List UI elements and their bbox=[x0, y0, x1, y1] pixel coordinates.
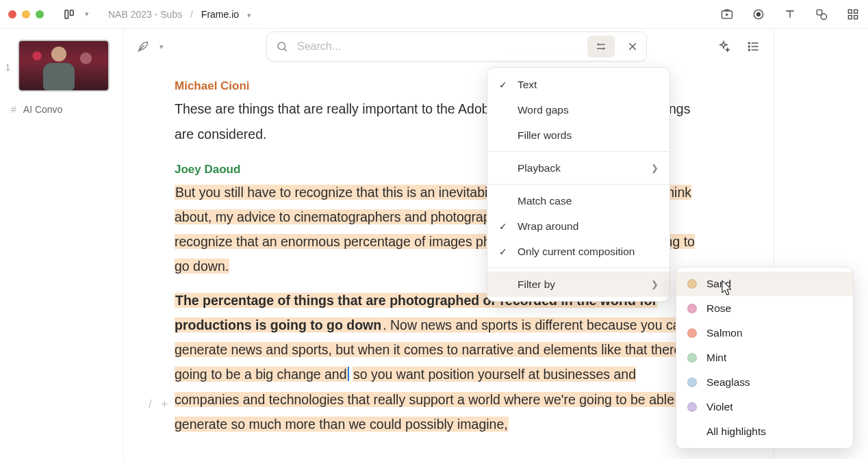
menu-item-only-current[interactable]: ✓ Only current composition bbox=[487, 239, 669, 264]
svg-point-14 bbox=[749, 49, 750, 51]
titlebar: ▾ NAB 2023 - Subs / Frame.io ▾ bbox=[0, 0, 868, 29]
color-swatch-icon bbox=[687, 328, 697, 338]
menu-item-label: Text bbox=[518, 79, 659, 91]
chevron-right-icon: ❯ bbox=[651, 279, 659, 289]
color-option-label: Seaglass bbox=[706, 376, 750, 389]
menu-item-label: Filler words bbox=[518, 129, 659, 142]
svg-point-12 bbox=[749, 42, 750, 44]
color-option-sand[interactable]: Sand bbox=[676, 272, 853, 296]
editor-main: ▾ Michael Cioni These are th bbox=[124, 29, 774, 459]
menu-separator bbox=[487, 267, 669, 268]
menu-item-label: Wrap around bbox=[518, 220, 659, 233]
color-option-mint[interactable]: Mint bbox=[676, 345, 853, 370]
color-swatch-icon bbox=[687, 378, 697, 387]
menu-item-label: Playback bbox=[518, 162, 643, 174]
shapes-icon[interactable] bbox=[815, 8, 828, 21]
paragraph[interactable]: The percentage of things that are photog… bbox=[175, 288, 702, 436]
breadcrumb[interactable]: NAB 2023 - Subs / Frame.io ▾ bbox=[108, 9, 251, 20]
sidebar: 1 # AI Convo bbox=[0, 29, 124, 459]
sparkle-icon[interactable] bbox=[716, 39, 731, 54]
chevron-down-icon[interactable]: ▾ bbox=[247, 11, 251, 19]
check-icon: ✓ bbox=[497, 221, 509, 232]
search-close-button[interactable] bbox=[619, 41, 646, 52]
clip-thumbnail[interactable]: 1 bbox=[18, 40, 112, 92]
text-icon[interactable] bbox=[783, 8, 797, 21]
color-option-all[interactable]: All highlights bbox=[676, 419, 853, 444]
chevron-down-icon: ▾ bbox=[159, 42, 164, 51]
text-cursor bbox=[348, 367, 349, 381]
clip-index: 1 bbox=[5, 63, 10, 73]
menu-item-text[interactable]: ✓ Text bbox=[487, 72, 669, 97]
menu-separator bbox=[487, 151, 669, 152]
color-swatch-icon bbox=[687, 279, 697, 289]
gutter-plus-icon[interactable]: + bbox=[162, 398, 168, 410]
list-icon[interactable] bbox=[746, 39, 761, 54]
menu-separator bbox=[487, 184, 669, 185]
top-right-tools bbox=[720, 8, 860, 21]
search-filter-menu: ✓ Text Word gaps Filler words Playback ❯… bbox=[487, 67, 670, 302]
breadcrumb-parent[interactable]: NAB 2023 - Subs bbox=[108, 9, 182, 20]
search-input[interactable] bbox=[297, 40, 587, 53]
menu-item-word-gaps[interactable]: Word gaps bbox=[487, 97, 669, 122]
svg-rect-10 bbox=[854, 15, 858, 18]
compose-button[interactable]: ▾ bbox=[136, 40, 164, 53]
svg-rect-9 bbox=[848, 15, 852, 18]
check-icon: ✓ bbox=[497, 246, 509, 257]
svg-rect-5 bbox=[817, 10, 822, 14]
chevron-down-icon: ▾ bbox=[85, 10, 89, 18]
svg-point-4 bbox=[757, 12, 761, 16]
color-option-label: Mint bbox=[706, 352, 726, 364]
menu-item-wrap-around[interactable]: ✓ Wrap around bbox=[487, 213, 669, 239]
window-controls bbox=[8, 10, 44, 18]
menu-item-label: Only current composition bbox=[518, 246, 659, 258]
menu-item-label: Match case bbox=[518, 195, 659, 207]
color-option-label: Sand bbox=[706, 278, 731, 290]
search-filter-button[interactable] bbox=[587, 36, 615, 57]
menu-item-label: Filter by bbox=[518, 278, 643, 291]
svg-rect-7 bbox=[848, 10, 852, 13]
check-icon: ✓ bbox=[497, 79, 509, 90]
record-icon[interactable] bbox=[752, 8, 765, 21]
zoom-window-button[interactable] bbox=[36, 10, 44, 18]
search-bar bbox=[266, 31, 647, 62]
color-swatch-icon bbox=[687, 402, 697, 412]
sidebar-item-label: AI Convo bbox=[23, 104, 63, 115]
minimize-window-button[interactable] bbox=[22, 10, 30, 18]
breadcrumb-leaf[interactable]: Frame.io bbox=[201, 9, 239, 20]
color-option-label: Violet bbox=[706, 401, 733, 413]
color-option-rose[interactable]: Rose bbox=[676, 296, 853, 321]
search-icon bbox=[267, 40, 297, 53]
gutter-slash-icon[interactable]: / bbox=[149, 398, 151, 410]
svg-rect-1 bbox=[71, 10, 74, 16]
color-swatch-icon bbox=[687, 304, 697, 313]
line-gutter: / + bbox=[124, 398, 175, 410]
menu-item-filter-by[interactable]: Filter by ❯ bbox=[487, 272, 669, 297]
menu-item-filler-words[interactable]: Filler words bbox=[487, 122, 669, 148]
svg-point-6 bbox=[821, 14, 826, 19]
menu-item-playback[interactable]: Playback ❯ bbox=[487, 155, 669, 181]
thumbnail-image bbox=[18, 40, 110, 92]
close-window-button[interactable] bbox=[8, 10, 16, 18]
app-logo[interactable]: ▾ bbox=[63, 8, 89, 21]
color-option-violet[interactable]: Violet bbox=[676, 395, 853, 419]
media-icon[interactable] bbox=[720, 8, 734, 21]
menu-item-label: Word gaps bbox=[518, 104, 659, 116]
sidebar-item-ai-convo[interactable]: # AI Convo bbox=[5, 101, 118, 118]
breadcrumb-separator: / bbox=[190, 9, 193, 20]
chevron-right-icon: ❯ bbox=[651, 163, 659, 173]
color-swatch-icon bbox=[687, 353, 697, 363]
hash-icon: # bbox=[11, 104, 16, 115]
color-option-seaglass[interactable]: Seaglass bbox=[676, 370, 853, 395]
svg-point-11 bbox=[278, 42, 285, 50]
svg-point-13 bbox=[749, 46, 750, 47]
color-option-label: Salmon bbox=[706, 327, 743, 339]
menu-item-match-case[interactable]: Match case bbox=[487, 188, 669, 213]
color-option-salmon[interactable]: Salmon bbox=[676, 321, 853, 345]
grid-icon[interactable] bbox=[846, 8, 860, 21]
editor-toolbar: ▾ bbox=[124, 29, 774, 64]
svg-rect-8 bbox=[854, 10, 858, 13]
filter-by-submenu: SandRoseSalmonMintSeaglassVioletAll high… bbox=[676, 267, 854, 449]
color-option-label: Rose bbox=[706, 302, 731, 315]
svg-rect-0 bbox=[65, 10, 68, 18]
